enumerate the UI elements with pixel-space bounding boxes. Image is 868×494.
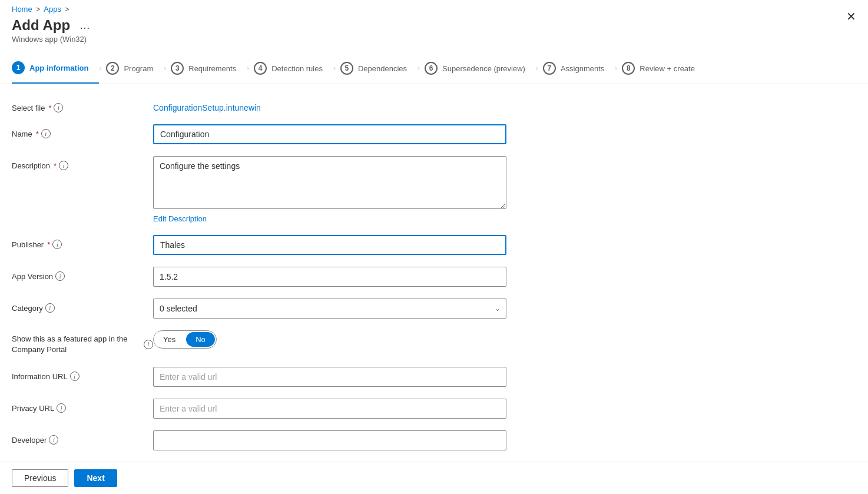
- developer-control: [153, 430, 506, 450]
- previous-button[interactable]: Previous: [12, 469, 68, 476]
- category-select[interactable]: 0 selected: [153, 299, 506, 319]
- step-sep-7: ›: [615, 64, 617, 72]
- select-file-info-icon[interactable]: i: [54, 103, 63, 112]
- step-dependencies[interactable]: 5 Dependencies: [340, 54, 418, 83]
- step-detection-rules[interactable]: 4 Detection rules: [254, 54, 333, 83]
- toggle-yes-button[interactable]: Yes: [154, 332, 185, 347]
- publisher-input[interactable]: [153, 235, 506, 255]
- step-app-information[interactable]: 1 App information: [12, 53, 99, 84]
- info-url-input[interactable]: [153, 367, 506, 387]
- privacy-url-control: [153, 399, 506, 419]
- step-review-create[interactable]: 8 Review + create: [622, 54, 705, 83]
- featured-app-toggle: Yes No: [153, 330, 217, 349]
- app-version-control: [153, 267, 506, 287]
- app-version-input[interactable]: [153, 267, 506, 287]
- step-sep-5: ›: [418, 64, 420, 72]
- breadcrumb-home[interactable]: Home: [12, 5, 32, 14]
- description-info-icon[interactable]: i: [59, 161, 68, 170]
- description-required-asterisk: *: [54, 161, 57, 170]
- step-circle-4: 4: [254, 62, 267, 75]
- developer-row: Developer i: [12, 430, 577, 450]
- edit-description-link[interactable]: Edit Description: [153, 214, 207, 223]
- publisher-info-icon[interactable]: i: [52, 240, 62, 249]
- step-sep-4: ›: [333, 64, 336, 72]
- step-label-3: Requirements: [188, 64, 236, 73]
- publisher-required-asterisk: *: [47, 240, 50, 249]
- breadcrumb-apps[interactable]: Apps: [44, 5, 61, 14]
- name-required-asterisk: *: [36, 130, 39, 138]
- next-button[interactable]: Next: [74, 469, 117, 476]
- step-sep-2: ›: [164, 64, 166, 72]
- developer-label: Developer i: [12, 430, 153, 445]
- step-circle-7: 7: [543, 62, 556, 75]
- app-version-label: App Version i: [12, 267, 153, 281]
- info-url-row: Information URL i: [12, 367, 577, 387]
- close-button[interactable]: ✕: [846, 9, 856, 24]
- privacy-url-info-icon[interactable]: i: [57, 403, 66, 413]
- step-circle-2: 2: [106, 62, 119, 75]
- select-file-row: Select file* i ConfigurationSetup.intune…: [12, 98, 577, 112]
- step-sep-1: ›: [99, 64, 101, 72]
- required-asterisk: *: [48, 104, 51, 112]
- developer-info-icon[interactable]: i: [49, 435, 58, 445]
- developer-input[interactable]: [153, 430, 506, 450]
- info-url-label: Information URL i: [12, 367, 153, 381]
- description-control: Configure the settings Edit Description: [153, 156, 506, 223]
- description-row: Description* i Configure the settings Ed…: [12, 156, 577, 223]
- category-row: Category i 0 selected ⌄: [12, 299, 577, 319]
- breadcrumb-sep1: >: [36, 5, 41, 14]
- bottom-bar: Previous Next: [0, 462, 868, 476]
- publisher-label: Publisher* i: [12, 235, 153, 249]
- select-file-label: Select file* i: [12, 98, 153, 112]
- step-circle-1: 1: [12, 61, 25, 74]
- step-program[interactable]: 2 Program: [106, 54, 164, 83]
- step-label-1: App information: [29, 64, 88, 72]
- wizard-steps: 1 App information › 2 Program › 3 Requir…: [0, 53, 868, 84]
- file-link[interactable]: ConfigurationSetup.intunewin: [153, 98, 261, 112]
- description-textarea[interactable]: Configure the settings: [153, 156, 506, 209]
- description-label: Description* i: [12, 156, 153, 170]
- step-assignments[interactable]: 7 Assignments: [543, 54, 615, 83]
- breadcrumb: Home > Apps >: [12, 5, 856, 14]
- app-version-row: App Version i: [12, 267, 577, 287]
- info-url-control: [153, 367, 506, 387]
- featured-app-label: Show this as a featured app in the Compa…: [12, 330, 153, 355]
- featured-app-info-icon[interactable]: i: [144, 340, 153, 349]
- publisher-row: Publisher* i: [12, 235, 577, 255]
- page-title: Add App: [12, 17, 70, 34]
- category-select-wrapper: 0 selected ⌄: [153, 299, 506, 319]
- step-sep-3: ›: [247, 64, 249, 72]
- step-circle-3: 3: [171, 62, 184, 75]
- step-label-5: Dependencies: [358, 64, 407, 73]
- category-info-icon[interactable]: i: [45, 303, 55, 313]
- app-version-info-icon[interactable]: i: [55, 271, 65, 281]
- category-control: 0 selected ⌄: [153, 299, 506, 319]
- step-label-7: Assignments: [561, 64, 604, 73]
- more-options-button[interactable]: …: [76, 18, 94, 33]
- toggle-no-button[interactable]: No: [186, 332, 215, 347]
- step-circle-5: 5: [340, 62, 353, 75]
- name-row: Name* i: [12, 124, 577, 144]
- step-label-8: Review + create: [640, 64, 695, 73]
- step-circle-6: 6: [425, 62, 438, 75]
- name-input[interactable]: [153, 124, 506, 144]
- select-file-control: ConfigurationSetup.intunewin: [153, 98, 506, 112]
- name-control: [153, 124, 506, 144]
- name-label: Name* i: [12, 124, 153, 138]
- step-label-4: Detection rules: [271, 64, 323, 73]
- page-subtitle: Windows app (Win32): [12, 35, 856, 44]
- step-circle-8: 8: [622, 62, 635, 75]
- featured-app-control: Yes No: [153, 330, 506, 349]
- step-sep-6: ›: [536, 64, 538, 72]
- step-label-6: Supersedence (preview): [442, 64, 525, 73]
- step-requirements[interactable]: 3 Requirements: [171, 54, 247, 83]
- name-info-icon[interactable]: i: [41, 129, 51, 138]
- info-url-info-icon[interactable]: i: [70, 372, 79, 381]
- publisher-control: [153, 235, 506, 255]
- privacy-url-row: Privacy URL i: [12, 399, 577, 419]
- step-supersedence[interactable]: 6 Supersedence (preview): [425, 54, 536, 83]
- step-label-2: Program: [124, 64, 153, 73]
- privacy-url-input[interactable]: [153, 399, 506, 419]
- breadcrumb-sep2: >: [65, 5, 69, 14]
- category-label: Category i: [12, 299, 153, 313]
